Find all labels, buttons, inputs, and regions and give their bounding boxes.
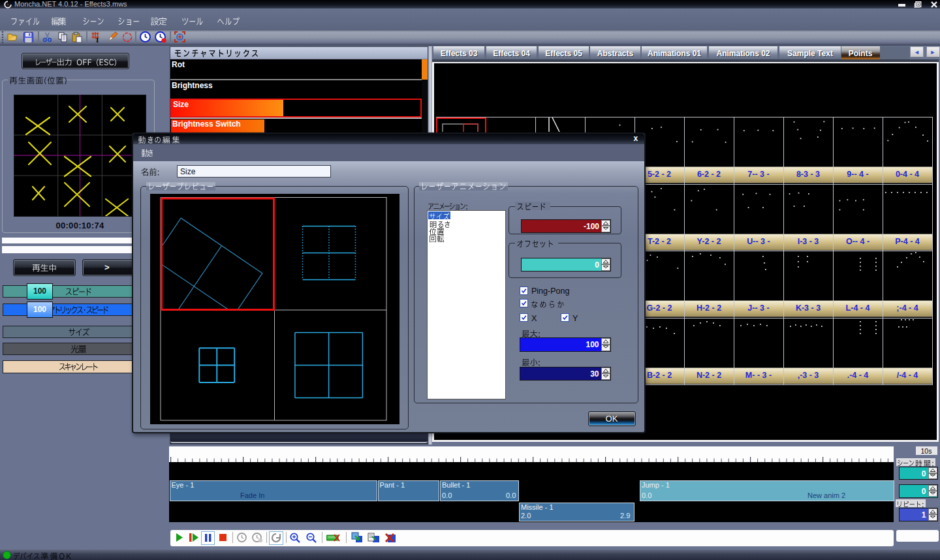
svg-text:I: I: [96, 36, 99, 44]
